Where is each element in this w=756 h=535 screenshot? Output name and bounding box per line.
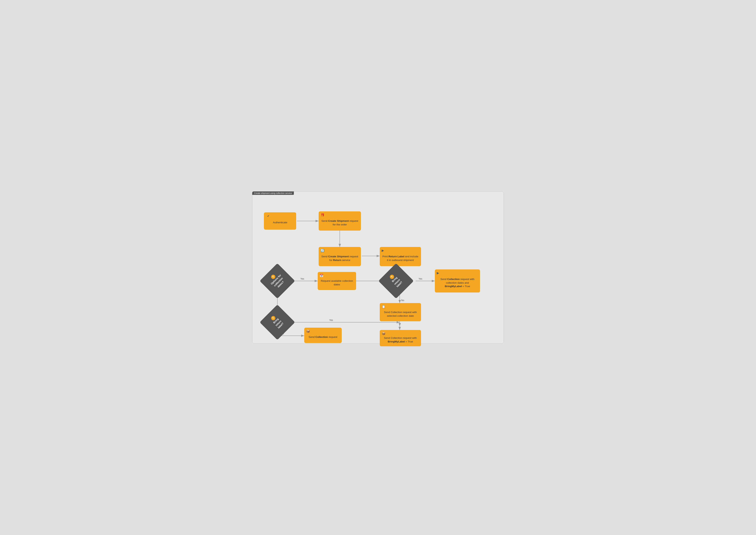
create-shipment-return-icon: 🔄 bbox=[321, 248, 324, 253]
print-return-label-icon: ▶ bbox=[382, 248, 384, 253]
print-return-label-box: ▶ Print Return Label and include it in o… bbox=[380, 247, 421, 266]
send-collection-dates-box: ▶ Send Collection request with collectio… bbox=[435, 269, 480, 293]
request-collection-dates-box: 📅 Request available collection dates bbox=[318, 272, 356, 290]
create-shipment-order-box: 🎁 Send Create Shipment request for the o… bbox=[319, 211, 361, 231]
send-collection-bringmylabel-icon: 📦 bbox=[382, 331, 386, 336]
send-collection-selected-label: Send Collection request with selected co… bbox=[382, 311, 418, 318]
request-collection-dates-icon: 📅 bbox=[320, 273, 323, 278]
send-collection-request-box: 📦 Send Collection request bbox=[304, 328, 342, 343]
diagram-title: Create shipment using collection service bbox=[252, 191, 294, 195]
send-collection-dates-icon: ▶ bbox=[437, 271, 439, 275]
send-collection-selected-box: 📋 Send Collection request with selected … bbox=[380, 303, 421, 321]
create-shipment-return-box: 🔄 Send Create Shipment request for Retur… bbox=[319, 247, 361, 266]
send-collection-selected-icon: 📋 bbox=[382, 305, 386, 309]
print-return-label-label: Print Return Label and include it in out… bbox=[382, 255, 418, 262]
send-collection-bringmylabel-box: 📦 Send Collection request with BringMyLa… bbox=[380, 330, 421, 346]
create-shipment-order-label: Send Create Shipment request for the ord… bbox=[321, 219, 358, 227]
bring-return-label2-wrap: ? Bringreturnlabel? bbox=[265, 310, 290, 335]
send-collection-request-label: Send Collection request bbox=[309, 335, 337, 339]
create-shipment-order-icon: 🎁 bbox=[321, 213, 324, 217]
svg-text:Yes: Yes bbox=[418, 277, 422, 280]
authenticate-label: Authenticate bbox=[273, 221, 287, 224]
svg-text:Yes: Yes bbox=[329, 319, 333, 322]
authenticate-box: ✔ Authenticate bbox=[264, 212, 296, 230]
send-collection-bringmylabel-label: Send Collection request with BringMyLabe… bbox=[382, 336, 418, 344]
flowchart: Yes Yes No Yes No ✔ Au bbox=[258, 199, 498, 338]
request-collection-dates-label: Request available collection dates bbox=[320, 279, 353, 287]
options-dates-diamond-wrap: ? Options forcollectiondates? bbox=[265, 268, 290, 294]
svg-text:No: No bbox=[401, 299, 404, 302]
send-collection-request-icon: 📦 bbox=[306, 329, 310, 333]
diagram-container: Create shipment using collection service… bbox=[252, 191, 504, 344]
send-collection-dates-label: Send Collection request with collection … bbox=[438, 277, 477, 289]
bring-return-label1-wrap: ? Bringreturnlabel? bbox=[384, 268, 409, 294]
authenticate-icon: ✔ bbox=[266, 214, 270, 218]
create-shipment-return-label: Send Create Shipment request for Return … bbox=[321, 255, 358, 262]
svg-text:Yes: Yes bbox=[300, 277, 304, 280]
